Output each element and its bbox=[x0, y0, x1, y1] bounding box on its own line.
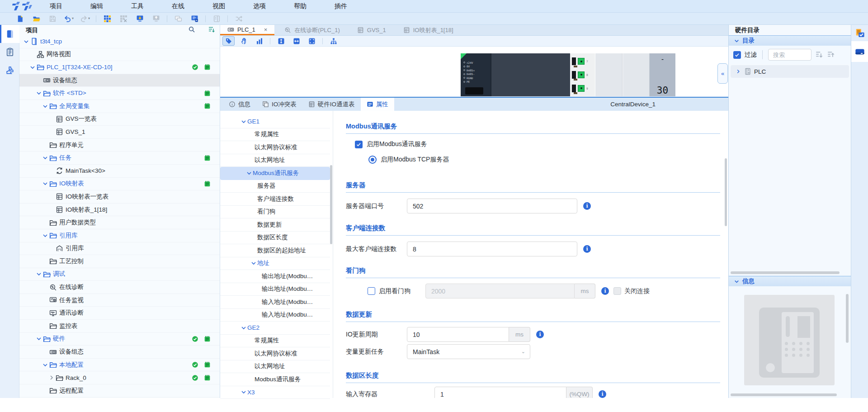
field-input[interactable] bbox=[434, 387, 566, 398]
chevron-down-icon[interactable] bbox=[42, 180, 49, 187]
device-canvas[interactable]: +24V0VR485+R485-RGNDPE 789 - 30 « bbox=[220, 47, 728, 98]
tree-item[interactable]: IO映射表一览表 bbox=[19, 190, 220, 204]
nav-item[interactable]: 以太网地址 bbox=[220, 360, 330, 374]
tree-item[interactable]: 用户数据类型 bbox=[19, 216, 220, 229]
sort-button[interactable] bbox=[202, 26, 215, 34]
tree-item[interactable]: 引用库 bbox=[19, 242, 220, 256]
pc-code-button[interactable] bbox=[186, 14, 203, 24]
tree-item[interactable]: 通讯诊断 bbox=[19, 307, 220, 320]
nav-item[interactable]: 输入地址(Modbu… bbox=[220, 296, 330, 309]
detail-tab-IO冲突表[interactable]: IO冲突表 bbox=[256, 98, 302, 111]
tree-item[interactable]: 软件 <STD> bbox=[19, 87, 220, 100]
chevron-down-icon[interactable] bbox=[35, 335, 42, 342]
tree-item[interactable]: 任务 bbox=[19, 152, 220, 165]
content-scrollbar-thumb[interactable] bbox=[725, 158, 727, 226]
tree-item[interactable]: GVS_1 bbox=[19, 126, 220, 139]
chevron-down-icon[interactable] bbox=[35, 270, 42, 278]
hardware-catalog-tab[interactable] bbox=[851, 41, 868, 62]
chevron-right-icon[interactable] bbox=[48, 374, 55, 381]
tree-item[interactable]: t3t4_tcp bbox=[19, 35, 220, 48]
nav-item[interactable]: GE1 bbox=[220, 115, 330, 128]
tool-bars-button[interactable] bbox=[253, 36, 265, 46]
chevron-down-icon[interactable] bbox=[250, 260, 257, 267]
menu-item-帮助[interactable]: 帮助 bbox=[283, 2, 317, 10]
info-icon[interactable]: i bbox=[583, 245, 591, 253]
nav-item[interactable]: 输出地址(Modbu… bbox=[220, 283, 330, 296]
nav-item[interactable]: 客户端连接数 bbox=[220, 193, 330, 206]
chevron-down-icon[interactable] bbox=[240, 118, 247, 125]
catalog-search-input[interactable] bbox=[768, 49, 811, 61]
activity-clipboard[interactable] bbox=[0, 43, 19, 61]
catalog-hscrollbar-thumb[interactable] bbox=[731, 271, 840, 274]
close-icon[interactable]: × bbox=[264, 26, 268, 33]
menu-item-工具[interactable]: 工具 bbox=[120, 2, 155, 10]
tree-item[interactable]: Rack_0 bbox=[19, 371, 220, 384]
nav-scrollbar-thumb[interactable] bbox=[330, 165, 332, 244]
download-button[interactable] bbox=[132, 14, 148, 24]
tool-tag-button[interactable] bbox=[222, 36, 235, 46]
chevron-down-icon[interactable] bbox=[29, 64, 36, 71]
menu-item-编辑[interactable]: 编辑 bbox=[80, 2, 114, 10]
tree-item[interactable]: 设备组态 bbox=[19, 346, 220, 359]
watchdog-input[interactable] bbox=[425, 284, 575, 298]
chevron-down-icon[interactable] bbox=[42, 103, 49, 110]
tree-item[interactable]: 在线诊断 bbox=[19, 281, 220, 294]
menu-item-项目[interactable]: 项目 bbox=[39, 2, 73, 10]
nav-item[interactable]: 地址 bbox=[220, 257, 330, 270]
tree-item[interactable]: 远程配置 bbox=[19, 384, 220, 398]
tree-item[interactable]: 监控表 bbox=[19, 320, 220, 333]
tree-item[interactable]: 工艺控制 bbox=[19, 255, 220, 268]
task-select[interactable]: MainTask⌄ bbox=[407, 344, 530, 359]
collapse-all-icon[interactable] bbox=[827, 51, 835, 59]
nav-item[interactable]: 看门狗 bbox=[220, 206, 330, 219]
tree-item[interactable]: GVS一览表 bbox=[19, 113, 220, 126]
chevron-down-icon[interactable] bbox=[35, 90, 42, 97]
nav-item[interactable]: 以太网地址 bbox=[220, 154, 330, 167]
menu-item-在线[interactable]: 在线 bbox=[161, 2, 195, 10]
tree-item[interactable]: PLC_1[T324-XE-CD-10] bbox=[19, 61, 220, 74]
detail-tab-信息[interactable]: 信息 bbox=[223, 98, 256, 111]
document-tab-GVS_1[interactable]: GVS_1 bbox=[350, 25, 393, 35]
undo-button[interactable]: ▾ bbox=[61, 14, 77, 24]
nav-item[interactable]: 常规属性 bbox=[220, 335, 330, 348]
info-section-header[interactable]: 信息 bbox=[729, 276, 851, 286]
tool-hand-button[interactable] bbox=[238, 36, 250, 46]
chevron-down-icon[interactable] bbox=[240, 324, 247, 331]
chevron-down-icon[interactable] bbox=[240, 388, 247, 396]
menu-item-选项[interactable]: 选项 bbox=[242, 2, 277, 10]
tree-item[interactable]: 全局变量集 bbox=[19, 100, 220, 113]
device-verify-button[interactable] bbox=[851, 25, 868, 41]
filter-checkbox[interactable] bbox=[733, 51, 741, 59]
catalog-item-PLC[interactable]: PLC bbox=[731, 65, 849, 78]
document-tab-在线诊断(PLC_1)[interactable]: 在线诊断(PLC_1) bbox=[277, 25, 347, 35]
plc-device-image[interactable]: +24V0VR485+R485-RGNDPE 789 - 30 bbox=[461, 53, 675, 96]
tree-item[interactable]: 设备组态 bbox=[19, 74, 220, 87]
tree-item[interactable]: 调试 bbox=[19, 268, 220, 281]
chevron-down-icon[interactable] bbox=[23, 38, 30, 45]
tree-item[interactable]: IO映射表_1[18] bbox=[19, 204, 220, 217]
nav-item[interactable]: 输入地址(Modbu… bbox=[220, 309, 330, 322]
tree-item[interactable]: 网络视图 bbox=[19, 48, 220, 62]
fit-xy-button[interactable] bbox=[306, 36, 318, 46]
tree-item[interactable]: 任务监视 bbox=[19, 294, 220, 307]
info-icon[interactable]: i bbox=[601, 287, 609, 295]
nav-item[interactable]: 服务器 bbox=[220, 180, 330, 193]
expand-all-icon[interactable] bbox=[815, 51, 823, 59]
detail-tab-属性[interactable]: 属性 bbox=[361, 98, 394, 111]
blocks-button[interactable] bbox=[99, 14, 115, 24]
nav-item[interactable]: 输出地址(Modbu… bbox=[220, 270, 330, 283]
document-tab-IO映射表_1[18][interactable]: IO映射表_1[18] bbox=[396, 25, 461, 35]
chevron-down-icon[interactable] bbox=[245, 170, 253, 177]
field-input[interactable] bbox=[407, 242, 577, 256]
nav-item[interactable]: GE2 bbox=[220, 322, 330, 335]
info-vscrollbar-thumb[interactable] bbox=[846, 294, 849, 343]
nav-item[interactable]: Modbus通讯服务 bbox=[220, 373, 330, 386]
chevron-down-icon[interactable] bbox=[42, 232, 49, 239]
chevron-down-icon[interactable] bbox=[42, 154, 49, 161]
tree-item[interactable]: 硬件 bbox=[19, 333, 220, 346]
new-file-button[interactable] bbox=[12, 14, 28, 24]
menu-item-插件[interactable]: 插件 bbox=[324, 2, 358, 10]
nav-item[interactable]: 以太网协议标准 bbox=[220, 141, 330, 154]
nav-item[interactable]: X3 bbox=[220, 386, 330, 399]
nav-item[interactable]: 数据区的起始地址 bbox=[220, 244, 330, 257]
